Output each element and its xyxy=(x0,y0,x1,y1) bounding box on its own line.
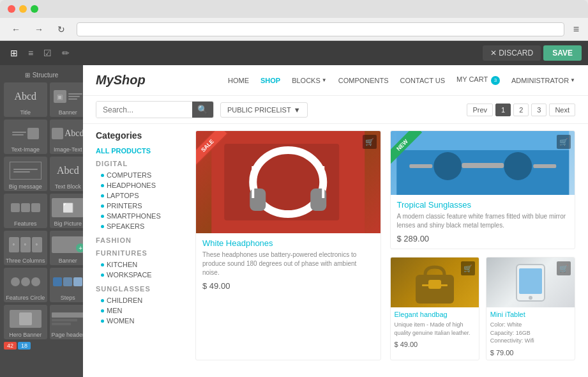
search-button[interactable]: 🔍 xyxy=(192,102,213,118)
cat-workspace[interactable]: WORKSPACE xyxy=(96,270,185,280)
cat-kitchen[interactable]: KITCHEN xyxy=(96,259,185,270)
shop-header: MyShop HOME SHOP BLOCKS ▼ COMPONENTS CON… xyxy=(83,65,588,96)
cat-women[interactable]: WOMEN xyxy=(96,316,185,326)
list-view-button[interactable]: ≡ xyxy=(24,45,37,61)
nav-home[interactable]: HOME xyxy=(228,77,249,84)
page-3-button[interactable]: 3 xyxy=(531,104,547,116)
maximize-button[interactable] xyxy=(31,5,38,13)
product-name-headphones[interactable]: White Headphones xyxy=(202,238,374,248)
nav-components[interactable]: COMPONENTS xyxy=(338,77,389,84)
search-wrap: 🔍 xyxy=(96,101,214,118)
handbag-image xyxy=(412,262,457,304)
small-products-row: 🛒 Elegant handbag Unique item - Made of … xyxy=(390,257,576,360)
product-desc-handbag: Unique item - Made of high quality genui… xyxy=(395,321,475,337)
browser-menu-icon[interactable]: ≡ xyxy=(573,24,579,35)
sidebar-item-text-block[interactable]: Abcd Text Block xyxy=(50,157,83,191)
product-name-sunglasses[interactable]: Tropical Sunglasses xyxy=(397,200,569,210)
back-button[interactable]: ← xyxy=(9,23,23,36)
cart-count-badge: 3 xyxy=(491,76,500,85)
cat-printers[interactable]: PRINTERS xyxy=(96,201,185,211)
shop-toolbar: 🔍 PUBLIC PRICELIST ▼ Prev 1 2 3 Next xyxy=(83,96,588,124)
refresh-button[interactable]: ↻ xyxy=(55,23,68,36)
product-card-sunglasses: NEW 🛒 Tropical Sunglasses A modern class… xyxy=(390,130,576,249)
add-to-cart-headphones[interactable]: 🛒 xyxy=(363,135,377,149)
sidebar-item-title[interactable]: Abcd Title xyxy=(4,82,47,117)
page-2-button[interactable]: 2 xyxy=(513,104,529,116)
forward-button[interactable]: → xyxy=(32,23,46,36)
product-price-sunglasses: $ 289.00 xyxy=(397,234,569,243)
product-card-headphones: SALE 🛒 White Headphones These headphones… xyxy=(195,130,381,360)
products-area: SALE 🛒 White Headphones These headphones… xyxy=(195,130,575,360)
cat-headphones[interactable]: HEADPHONES xyxy=(96,180,185,190)
next-page-button[interactable]: Next xyxy=(549,104,575,116)
sidebar: ⊞ Structure Abcd Title ▣ xyxy=(0,65,83,377)
minimize-button[interactable] xyxy=(19,5,27,13)
shop-logo: MyShop xyxy=(96,73,146,88)
add-to-cart-sunglasses[interactable]: 🛒 xyxy=(557,135,571,149)
prev-page-button[interactable]: Prev xyxy=(467,104,493,116)
edit-button[interactable]: ✏ xyxy=(58,45,73,61)
check-view-button[interactable]: ☑ xyxy=(40,45,56,61)
grid-view-button[interactable]: ⊞ xyxy=(6,45,22,61)
product-name-handbag[interactable]: Elegant handbag xyxy=(395,311,475,318)
svg-rect-14 xyxy=(416,275,454,304)
nav-cart[interactable]: MY CART 3 xyxy=(456,75,500,85)
sidebar-item-hero-banner[interactable]: Hero Banner xyxy=(4,305,47,339)
product-card-tablet: 🛒 Mini iTablet Color: White Capacity: 16… xyxy=(486,257,575,360)
sidebar-item-banner[interactable]: ▣ Banner xyxy=(50,82,83,117)
nav-shop[interactable]: SHOP xyxy=(260,77,280,84)
nav-blocks[interactable]: BLOCKS ▼ xyxy=(292,77,327,84)
url-bar[interactable] xyxy=(77,22,564,36)
save-button[interactable]: SAVE xyxy=(543,45,582,61)
categories-title: Categories xyxy=(96,130,185,141)
tablet-image xyxy=(511,262,550,304)
add-to-cart-handbag[interactable]: 🛒 xyxy=(461,261,475,275)
sidebar-item-image-text[interactable]: Abcd Image-Text xyxy=(50,119,83,154)
cat-all-products[interactable]: ALL PRODUCTS xyxy=(96,147,185,155)
sidebar-item-big-message[interactable]: Big message xyxy=(4,157,47,191)
svg-point-9 xyxy=(433,152,462,180)
close-button[interactable] xyxy=(8,5,15,13)
admin-dropdown-arrow: ▼ xyxy=(570,77,575,83)
sidebar-item-text-image[interactable]: Text-Image xyxy=(4,119,47,154)
pricelist-button[interactable]: PUBLIC PRICELIST ▼ xyxy=(220,102,308,118)
svg-point-19 xyxy=(529,296,532,300)
product-price-headphones: $ 49.00 xyxy=(202,281,374,291)
cat-smartphones[interactable]: SMARTPHONES xyxy=(96,211,185,221)
sidebar-item-big-picture[interactable]: ⬜ Big Picture xyxy=(50,194,83,228)
sidebar-title: ⊞ Structure xyxy=(4,69,79,82)
svg-point-10 xyxy=(504,152,532,180)
add-to-cart-tablet[interactable]: 🛒 xyxy=(557,261,571,275)
sidebar-item-steps[interactable]: Steps xyxy=(50,268,83,302)
pricelist-dropdown-arrow: ▼ xyxy=(294,106,301,114)
product-price-tablet: $ 79.00 xyxy=(490,349,571,357)
sidebar-numbers: 42 18 xyxy=(4,342,79,350)
num-badge-blue: 18 xyxy=(18,342,31,350)
add-badge: + xyxy=(76,243,83,252)
sidebar-item-three-columns[interactable]: ⚬ ⚬ ⚬ Three Columns xyxy=(4,231,47,265)
shop-body: Categories ALL PRODUCTS DIGITAL COMPUTER… xyxy=(83,124,588,367)
nav-admin[interactable]: ADMINISTRATOR ▼ xyxy=(511,77,575,84)
main-layout: ⊞ Structure Abcd Title ▣ xyxy=(0,65,588,377)
cat-laptops[interactable]: LAPTOPS xyxy=(96,190,185,201)
sidebar-item-banner2[interactable]: Banner + xyxy=(50,231,83,265)
sidebar-item-features-circle[interactable]: Features Circle xyxy=(4,268,47,302)
cat-men[interactable]: MEN xyxy=(96,305,185,316)
cat-speakers[interactable]: SPEAKERS xyxy=(96,221,185,231)
cat-computers[interactable]: COMPUTERS xyxy=(96,170,185,180)
window-chrome xyxy=(0,0,588,18)
search-input[interactable] xyxy=(96,102,192,118)
content-area: MyShop HOME SHOP BLOCKS ▼ COMPONENTS CON… xyxy=(83,65,588,377)
cat-children[interactable]: CHILDREN xyxy=(96,295,185,305)
product-name-tablet[interactable]: Mini iTablet xyxy=(490,311,571,318)
product-desc-sunglasses: A modern classic feature white frames fi… xyxy=(397,212,569,230)
svg-rect-16 xyxy=(428,280,441,289)
editor-toolbar: ⊞ ≡ ☑ ✏ ✕ DISCARD SAVE xyxy=(0,41,588,65)
discard-button[interactable]: ✕ DISCARD xyxy=(483,45,541,61)
sidebar-grid: Abcd Title ▣ Banner xyxy=(4,82,79,339)
num-badge-red: 42 xyxy=(4,342,17,350)
sidebar-item-features[interactable]: Features xyxy=(4,194,47,228)
sidebar-item-page-header[interactable]: Page header xyxy=(50,305,83,339)
nav-contact[interactable]: CONTACT US xyxy=(400,77,446,84)
page-1-button[interactable]: 1 xyxy=(495,104,511,116)
